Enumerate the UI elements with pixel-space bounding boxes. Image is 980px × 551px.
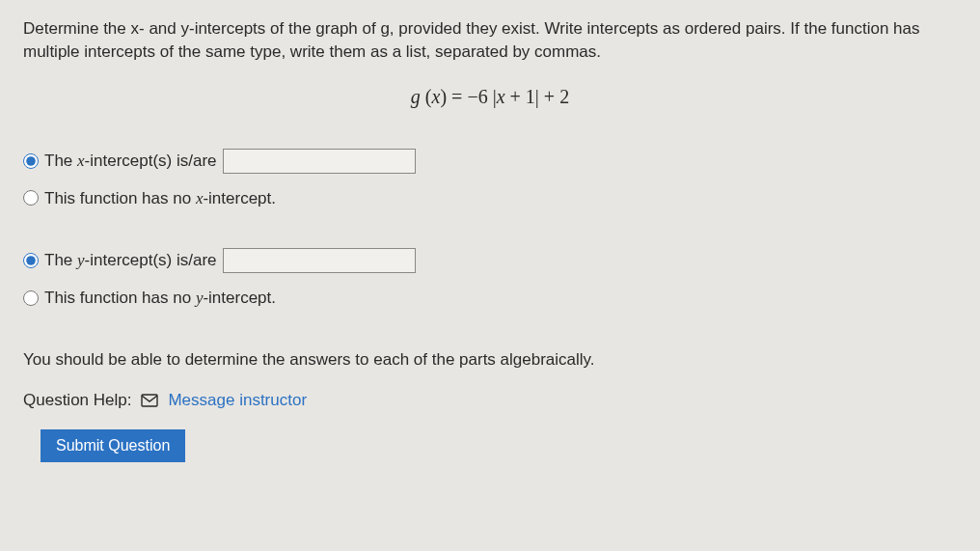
question-help-label: Question Help: (23, 389, 131, 412)
svg-rect-0 (142, 395, 157, 406)
help-note: You should be able to determine the answ… (23, 348, 957, 372)
y-intercept-input[interactable] (223, 248, 416, 273)
x-intercept-input[interactable] (223, 149, 416, 174)
y-intercept-group: The y-intercept(s) is/are This function … (23, 248, 957, 310)
submit-question-button[interactable]: Submit Question (41, 429, 185, 462)
y-intercept-none-label: This function has no y-intercept. (44, 287, 276, 310)
y-intercept-none-radio[interactable] (23, 290, 39, 306)
x-intercept-none-radio[interactable] (23, 190, 39, 206)
y-intercept-has-row: The y-intercept(s) is/are (23, 248, 957, 273)
x-intercept-none-row: This function has no x-intercept. (23, 187, 957, 210)
equation-display: g (x) = −6 |x + 1| + 2 (23, 83, 957, 110)
mail-icon (141, 394, 158, 407)
x-intercept-none-label: This function has no x-intercept. (44, 187, 276, 210)
y-intercept-has-radio[interactable] (23, 253, 39, 268)
x-intercept-group: The x-intercept(s) is/are This function … (23, 149, 957, 210)
x-intercept-has-row: The x-intercept(s) is/are (23, 149, 957, 174)
question-prompt: Determine the x- and y-intercepts of the… (23, 17, 957, 64)
question-help-row: Question Help: Message instructor (23, 389, 957, 412)
y-intercept-none-row: This function has no y-intercept. (23, 287, 957, 310)
message-instructor-link[interactable]: Message instructor (168, 389, 307, 412)
x-intercept-has-radio[interactable] (23, 153, 39, 169)
y-intercept-has-label: The y-intercept(s) is/are (44, 249, 217, 272)
x-intercept-has-label: The x-intercept(s) is/are (44, 150, 217, 173)
